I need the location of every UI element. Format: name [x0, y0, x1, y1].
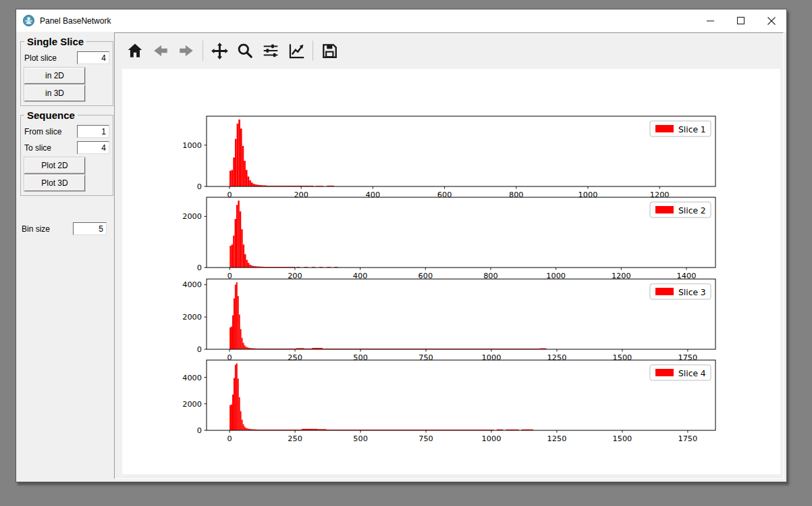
histogram-bar [232, 245, 233, 268]
sliders-icon [262, 42, 279, 59]
back-button[interactable] [150, 39, 171, 62]
line-chart-icon [288, 42, 306, 60]
histogram-bar [244, 345, 245, 349]
bin-size-row: Bin size [20, 222, 108, 235]
window-controls [695, 9, 786, 32]
histogram-bar [229, 246, 231, 268]
x-tick-label: 1000 [482, 434, 502, 443]
x-tick-label: 250 [288, 434, 302, 443]
forward-button[interactable] [175, 39, 197, 62]
minimize-icon [706, 16, 715, 25]
in-3d-button[interactable]: in 3D [24, 85, 85, 101]
y-tick-label: 4000 [182, 374, 202, 382]
histogram-bar [238, 201, 239, 268]
minimize-button[interactable] [695, 9, 726, 32]
edit-axes-button[interactable] [286, 39, 307, 62]
y-tick-label: 4000 [182, 280, 202, 289]
figure-canvas[interactable]: 02004006008001000120001000Slice 10200400… [122, 69, 780, 474]
histogram-bar [248, 263, 249, 268]
histogram-bar [235, 365, 236, 430]
y-tick-label: 1000 [182, 141, 202, 150]
histogram-bar [236, 363, 238, 430]
from-slice-input[interactable] [77, 125, 109, 138]
plot-slice-label: Plot slice [24, 53, 57, 63]
plot-2d-button[interactable]: Plot 2D [24, 157, 85, 174]
subplot-slice-1: 02004006008001000120001000Slice 1 [182, 116, 715, 199]
pan-icon [211, 42, 229, 60]
to-slice-input[interactable] [77, 141, 109, 154]
histogram-bar [239, 315, 240, 349]
plot-3d-button[interactable]: Plot 3D [24, 175, 85, 191]
zoom-button[interactable] [234, 39, 256, 62]
histogram-bar [240, 329, 242, 349]
window-title: Panel BaseNetwork [40, 16, 111, 26]
histogram-bar [240, 211, 241, 268]
forward-arrow-icon [178, 42, 195, 59]
single-slice-title: Single Slice [24, 36, 86, 47]
sidebar: Single Slice Plot slice in 2D in 3D Sequ… [16, 32, 113, 482]
histogram-bar [238, 296, 239, 349]
histogram-bar [229, 328, 231, 349]
title-bar: Panel BaseNetwork [16, 9, 786, 32]
maximize-icon [736, 16, 745, 25]
histogram-bar [235, 284, 236, 349]
legend-label: Slice 2 [678, 206, 706, 216]
x-tick-label: 1500 [613, 434, 632, 443]
histogram-bar [251, 182, 253, 186]
legend-label: Slice 3 [678, 288, 706, 297]
y-tick-label: 2000 [182, 212, 202, 221]
histogram-bar [252, 184, 254, 186]
histogram-bar [237, 124, 239, 186]
histogram-bar [235, 219, 236, 268]
back-arrow-icon [152, 42, 169, 59]
x-tick-label: 750 [418, 434, 433, 443]
legend-swatch [655, 125, 674, 132]
histogram-bar [229, 171, 232, 186]
in-2d-button[interactable]: in 2D [24, 68, 85, 84]
histogram-bar [232, 170, 234, 186]
histogram-bar [235, 139, 237, 186]
zoom-icon [236, 42, 254, 59]
histogram-bar [238, 378, 239, 430]
legend-label: Slice 1 [678, 125, 706, 134]
histogram-bar [246, 260, 247, 268]
toolbar-separator [202, 41, 203, 61]
histogram-bar [242, 420, 243, 430]
histogram-bar [236, 205, 238, 268]
maximize-button[interactable] [726, 9, 756, 32]
histogram-figure: 02004006008001000120001000Slice 10200400… [122, 69, 780, 474]
y-tick-label: 0 [197, 182, 202, 191]
home-button[interactable] [124, 39, 146, 62]
histogram-bar [249, 265, 250, 268]
matplotlib-toolbar [115, 33, 783, 68]
configure-subplots-button[interactable] [260, 39, 281, 62]
histogram-bar [232, 395, 234, 430]
y-tick-label: 2000 [182, 400, 202, 409]
x-tick-label: 1750 [678, 434, 698, 443]
y-tick-label: 2000 [182, 313, 202, 322]
bin-size-input[interactable] [73, 222, 107, 235]
subplot-slice-3: 02505007501000125015001750020004000Slice… [182, 279, 715, 362]
histogram-bar [233, 236, 234, 268]
y-tick-label: 0 [197, 263, 202, 272]
subplot-slice-4: 02505007501000125015001750020004000Slice… [182, 360, 715, 443]
y-tick-label: 0 [197, 345, 202, 354]
legend-swatch [655, 369, 674, 376]
plot-slice-input[interactable] [77, 51, 109, 64]
y-tick-label: 0 [197, 426, 202, 435]
to-slice-label: To slice [24, 143, 51, 153]
sequence-title: Sequence [24, 109, 78, 121]
legend-label: Slice 4 [678, 369, 706, 378]
histogram-bar [234, 378, 235, 430]
subplot-slice-2: 020040060080010001200140002000Slice 2 [182, 197, 715, 280]
histogram-bar [240, 128, 242, 186]
histogram-bar [231, 405, 232, 430]
save-button[interactable] [319, 39, 340, 62]
close-button[interactable] [756, 9, 786, 32]
histogram-bar [246, 170, 248, 186]
histogram-bar [234, 299, 235, 349]
x-tick-label: 1250 [547, 434, 567, 443]
pan-button[interactable] [209, 39, 230, 62]
x-tick-label: 500 [353, 434, 368, 443]
histogram-bar [229, 405, 231, 430]
